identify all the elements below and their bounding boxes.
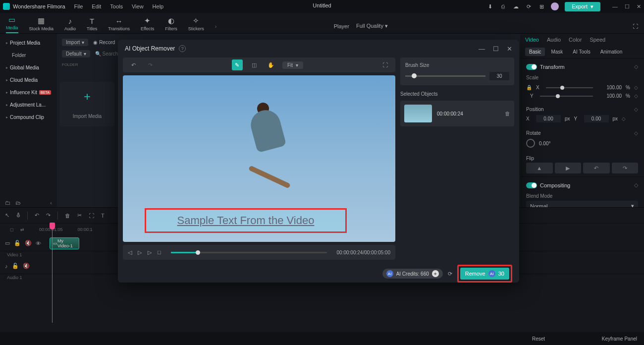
selected-object-item[interactable]: 00:00:00:24 🗑 xyxy=(400,101,514,126)
scale-y-slider[interactable] xyxy=(540,96,593,97)
undo-icon[interactable]: ↶ xyxy=(128,59,139,70)
help-icon[interactable]: ? xyxy=(179,45,186,52)
player-label[interactable]: Player xyxy=(334,23,349,29)
canvas[interactable]: Sample Text From the Video xyxy=(123,75,395,242)
rotate-dial[interactable] xyxy=(526,139,535,148)
save-icon[interactable]: ⎙ xyxy=(499,3,506,10)
panel-tab-color[interactable]: Color xyxy=(569,37,582,43)
close-icon[interactable]: ✕ xyxy=(637,3,641,10)
text-icon[interactable]: T xyxy=(101,213,105,219)
play-icon[interactable]: ▷ xyxy=(148,249,152,256)
sidebar-global-media[interactable]: ▸Global Media xyxy=(0,61,57,74)
blend-mode-select[interactable]: Normal▾ xyxy=(526,201,638,207)
pos-x-input[interactable] xyxy=(536,115,561,122)
tab-stock-media[interactable]: ▦Stock Media xyxy=(29,16,54,33)
stop-icon[interactable]: □ xyxy=(158,249,161,255)
record-button[interactable]: ◉ Record xyxy=(93,40,115,45)
compare-icon[interactable]: ⛶ xyxy=(379,59,390,70)
sidebar-project-media[interactable]: ▸Project Media xyxy=(0,37,57,49)
minimize-icon[interactable]: — xyxy=(612,3,618,10)
compositing-toggle[interactable] xyxy=(526,182,537,188)
crop-icon[interactable]: ⛶ xyxy=(89,213,94,219)
export-button[interactable]: Export▾ xyxy=(565,2,600,11)
undo-icon[interactable]: ↶ xyxy=(35,212,39,219)
pan-tool-icon[interactable]: ✋ xyxy=(266,59,276,70)
menu-view[interactable]: View xyxy=(132,3,144,9)
add-credits-button[interactable]: + xyxy=(432,270,439,277)
maximize-icon[interactable]: ☐ xyxy=(625,3,630,10)
tab-effects[interactable]: ✦Effects xyxy=(141,16,154,33)
sidebar-cloud-media[interactable]: ▸Cloud Media xyxy=(0,74,57,86)
lock-icon[interactable]: 🔓 xyxy=(12,263,19,269)
collapse-icon[interactable]: ‹ xyxy=(50,200,52,206)
sidebar-influence-kit[interactable]: ▸Influence KitBETA xyxy=(0,86,57,99)
mute-icon[interactable]: 🔇 xyxy=(25,240,32,246)
eraser-tool-icon[interactable]: ◫ xyxy=(249,59,260,70)
user-avatar[interactable] xyxy=(551,2,559,10)
rotate-ccw-button[interactable]: ↶ xyxy=(583,163,610,173)
mute-icon[interactable]: 🔇 xyxy=(23,263,30,269)
lock-icon[interactable]: 🔒 xyxy=(526,85,532,90)
zoom-fit-select[interactable]: Fit▾ xyxy=(282,61,303,69)
tab-media[interactable]: ▭Media xyxy=(6,15,18,33)
tab-stickers[interactable]: ✧Stickers xyxy=(188,16,204,33)
import-dropdown[interactable]: Import ▾ xyxy=(62,39,88,46)
next-frame-icon[interactable]: ▷ xyxy=(138,249,142,256)
subtab-ai-tools[interactable]: AI Tools xyxy=(569,48,594,56)
folder-open-icon[interactable]: 🗁 xyxy=(15,200,21,206)
remove-button[interactable]: Remove AI 30 xyxy=(460,268,509,280)
keyframe-icon[interactable]: ◇ xyxy=(634,85,638,90)
apps-icon[interactable]: ⊞ xyxy=(538,3,545,10)
magnet-icon[interactable]: ⛢ xyxy=(16,212,20,219)
subtab-animation[interactable]: Animation xyxy=(596,48,626,56)
brush-size-value[interactable]: 30 xyxy=(489,72,509,80)
panel-tab-speed[interactable]: Speed xyxy=(590,37,605,43)
pointer-tool-icon[interactable]: ↖ xyxy=(5,212,9,219)
marker-icon[interactable]: ◻ xyxy=(10,227,13,232)
brush-tool-icon[interactable]: ✎ xyxy=(232,59,243,70)
keyframe-icon[interactable]: ◇ xyxy=(634,93,638,99)
snapshot-icon[interactable]: ⛶ xyxy=(633,23,638,29)
flip-h-button[interactable]: ▲ xyxy=(526,163,553,173)
panel-tab-audio[interactable]: Audio xyxy=(547,37,561,43)
sort-dropdown[interactable]: Default ▾ xyxy=(62,50,90,58)
menu-help[interactable]: Help xyxy=(153,3,164,9)
playback-slider[interactable] xyxy=(171,252,327,253)
link-icon[interactable]: ⇄ xyxy=(20,227,24,232)
refresh-icon[interactable]: ⟳ xyxy=(448,271,452,277)
folder-icon[interactable]: 🗀 xyxy=(5,200,10,206)
menu-edit[interactable]: Edit xyxy=(92,3,101,9)
flip-v-button[interactable]: ▶ xyxy=(555,163,582,173)
delete-icon[interactable]: 🗑 xyxy=(65,213,70,219)
subtab-mask[interactable]: Mask xyxy=(547,48,567,56)
modal-close-icon[interactable]: ✕ xyxy=(507,45,512,53)
sidebar-adjustment[interactable]: ▸Adjustment La... xyxy=(0,99,57,111)
subtab-basic[interactable]: Basic xyxy=(525,48,545,56)
keyframe-panel-button[interactable]: Keyframe Panel xyxy=(602,336,637,342)
sidebar-folder[interactable]: Folder xyxy=(0,49,57,61)
lock-icon[interactable]: 🔓 xyxy=(14,240,21,246)
tab-transitions[interactable]: ↔Transitions xyxy=(108,17,130,33)
tab-audio[interactable]: ♪Audio xyxy=(64,17,76,33)
trash-icon[interactable]: 🗑 xyxy=(505,111,510,116)
sidebar-compound[interactable]: ▸Compound Clip xyxy=(0,111,57,123)
rotate-cw-button[interactable]: ↷ xyxy=(612,163,639,173)
menu-file[interactable]: File xyxy=(74,3,83,9)
playhead[interactable] xyxy=(52,224,53,323)
prev-frame-icon[interactable]: ◁ xyxy=(128,249,132,256)
modal-minimize-icon[interactable]: — xyxy=(479,45,485,53)
transform-toggle[interactable] xyxy=(526,64,537,70)
keyframe-icon[interactable]: ◇ xyxy=(634,107,638,112)
cloud-icon[interactable]: ☁ xyxy=(512,3,519,10)
keyframe-icon[interactable]: ◇ xyxy=(634,130,638,136)
video-clip[interactable]: ▭ My Video-1 xyxy=(50,237,79,249)
keyframe-icon[interactable]: ◇ xyxy=(634,63,638,70)
sync-icon[interactable]: ⟳ xyxy=(525,3,532,10)
reset-button[interactable]: Reset xyxy=(532,336,545,342)
brush-size-slider[interactable] xyxy=(405,75,485,77)
eye-icon[interactable]: 👁 xyxy=(36,240,41,246)
tab-filters[interactable]: ◐Filters xyxy=(165,16,177,33)
redo-icon[interactable]: ↷ xyxy=(145,59,156,70)
scale-x-slider[interactable] xyxy=(546,87,593,88)
quality-select[interactable]: Full Quality ▾ xyxy=(356,23,388,29)
